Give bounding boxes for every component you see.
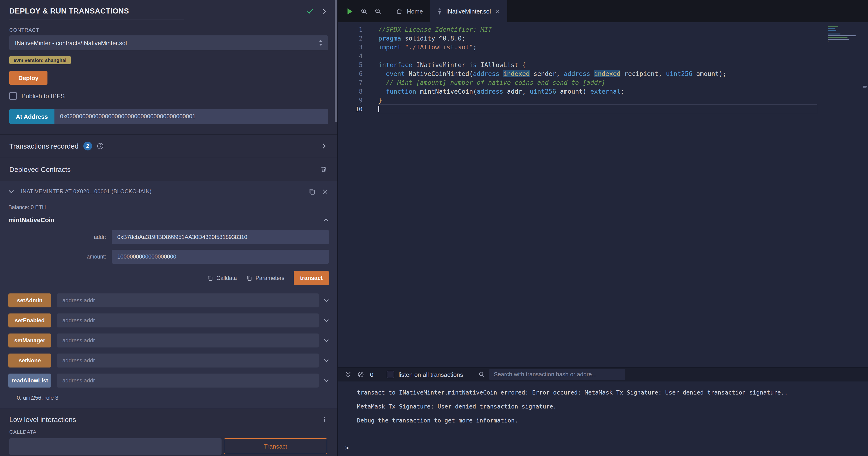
remix-ide-window: DEPLOY & RUN TRANSACTIONS CONTRACT INati… bbox=[0, 0, 868, 456]
chevron-down-icon[interactable] bbox=[323, 318, 329, 323]
contract-select[interactable]: INativeMinter - contracts/INativeMinter.… bbox=[9, 35, 328, 50]
search-icon bbox=[478, 371, 485, 378]
readAllowList-input[interactable] bbox=[57, 374, 319, 388]
readAllowList-button[interactable]: readAllowList bbox=[8, 374, 51, 388]
amount-field-row: amount: bbox=[8, 250, 329, 264]
setEnabled-input[interactable] bbox=[57, 313, 319, 327]
copy-address-icon[interactable] bbox=[309, 188, 315, 195]
code-line[interactable]: function mintNativeCoin(address addr, ui… bbox=[378, 87, 817, 96]
tab-inativeminter[interactable]: INativeMinter.sol bbox=[430, 0, 507, 22]
zoom-out-icon[interactable] bbox=[375, 8, 382, 15]
deployed-contracts-title: Deployed Contracts bbox=[9, 165, 70, 173]
close-instance-icon[interactable] bbox=[322, 189, 328, 195]
chevron-down-icon[interactable] bbox=[323, 338, 329, 343]
check-icon[interactable] bbox=[306, 7, 314, 15]
publish-ipfs-label: Publish to IPFS bbox=[22, 92, 65, 99]
transact-button[interactable]: transact bbox=[294, 271, 329, 285]
instance-header[interactable]: INATIVEMINTER AT 0X020...00001 (BLOCKCHA… bbox=[0, 181, 337, 202]
setNone-button[interactable]: setNone bbox=[8, 353, 51, 368]
calldata-copy-button[interactable]: Calldata bbox=[207, 275, 237, 281]
left-panel-scrollbar[interactable] bbox=[335, 0, 337, 122]
info-icon[interactable] bbox=[321, 416, 327, 423]
terminal-output[interactable]: transact to INativeMinter.mintNativeCoin… bbox=[338, 381, 868, 456]
chevron-down-icon[interactable] bbox=[323, 358, 329, 363]
editor-code[interactable]: //SPDX-License-Identifier: MITpragma sol… bbox=[378, 25, 817, 114]
chevron-right-icon[interactable] bbox=[321, 143, 327, 149]
code-line[interactable]: //SPDX-License-Identifier: MIT bbox=[378, 25, 817, 34]
low-level-transact-button[interactable]: Transact bbox=[224, 438, 327, 454]
code-line[interactable]: event NativeCoinMinted(address indexed s… bbox=[378, 69, 817, 78]
chevron-down-icon[interactable] bbox=[323, 297, 329, 303]
trash-icon[interactable] bbox=[320, 166, 327, 173]
low-level-title: Low level interactions bbox=[9, 416, 76, 423]
line-number: 2 bbox=[338, 34, 376, 43]
terminal-search-input[interactable] bbox=[489, 369, 625, 380]
solidity-icon bbox=[437, 8, 442, 15]
terminal-prompt[interactable]: > bbox=[345, 444, 349, 451]
addr-field-label: addr: bbox=[8, 234, 112, 240]
close-tab-icon[interactable] bbox=[495, 9, 500, 14]
low-level-interactions: Low level interactions CALLDATA Transact bbox=[0, 408, 337, 455]
code-line[interactable]: // Mint [amount] number of native coins … bbox=[378, 78, 817, 87]
code-line[interactable]: pragma solidity ^0.8.0; bbox=[378, 34, 817, 43]
run-script-icon[interactable] bbox=[346, 7, 354, 15]
editor-tabbar: Home INativeMinter.sol bbox=[338, 0, 868, 22]
title-underline bbox=[9, 20, 184, 20]
addr-field-input[interactable] bbox=[112, 230, 329, 244]
chevron-down-icon[interactable] bbox=[8, 189, 14, 195]
deploy-button[interactable]: Deploy bbox=[9, 71, 48, 85]
evm-version-badge: evm version: shanghai bbox=[9, 56, 71, 64]
terminal-line: transact to INativeMinter.mintNativeCoin… bbox=[357, 389, 859, 396]
amount-field-input[interactable] bbox=[112, 250, 329, 264]
code-line[interactable]: import "./IAllowList.sol"; bbox=[378, 43, 817, 52]
code-line[interactable] bbox=[378, 52, 817, 61]
code-line[interactable] bbox=[378, 105, 817, 114]
chevron-down-icon[interactable] bbox=[323, 378, 329, 383]
panel-header: DEPLOY & RUN TRANSACTIONS bbox=[0, 0, 337, 16]
parameters-copy-label: Parameters bbox=[255, 275, 284, 281]
setManager-input[interactable] bbox=[57, 334, 319, 347]
line-number: 1 bbox=[338, 25, 376, 34]
at-address-input[interactable] bbox=[55, 109, 328, 124]
transactions-count-badge: 2 bbox=[83, 141, 92, 150]
line-number: 4 bbox=[338, 52, 376, 61]
deployed-contracts-header: Deployed Contracts bbox=[0, 157, 337, 181]
function-row-readAllowList: readAllowList bbox=[8, 374, 329, 388]
tab-inativeminter-label: INativeMinter.sol bbox=[446, 8, 491, 15]
instance-title: INATIVEMINTER AT 0X020...00001 (BLOCKCHA… bbox=[21, 189, 302, 194]
calldata-input[interactable] bbox=[9, 438, 221, 455]
terminal: 0 listen on all transactions transact to… bbox=[338, 367, 868, 456]
chevron-up-icon[interactable] bbox=[323, 217, 329, 223]
at-address-button[interactable]: At Address bbox=[9, 109, 55, 124]
function-row-setAdmin: setAdmin bbox=[8, 293, 329, 307]
editor-scrollbar[interactable] bbox=[862, 22, 868, 367]
info-icon[interactable] bbox=[97, 142, 103, 149]
collapse-terminal-icon[interactable] bbox=[345, 371, 351, 378]
tab-home[interactable]: Home bbox=[389, 0, 430, 22]
setNone-input[interactable] bbox=[57, 353, 319, 368]
editor-gutter: 12345678910 bbox=[338, 25, 376, 114]
line-number: 6 bbox=[338, 69, 376, 78]
pin-panel-chevron-icon[interactable] bbox=[321, 8, 327, 14]
code-editor[interactable]: 12345678910 //SPDX-License-Identifier: M… bbox=[338, 22, 868, 367]
setManager-button[interactable]: setManager bbox=[8, 334, 51, 347]
amount-field-label: amount: bbox=[8, 254, 112, 259]
minimap[interactable] bbox=[828, 26, 858, 45]
publish-ipfs-checkbox[interactable]: Publish to IPFS bbox=[9, 92, 328, 100]
code-line[interactable]: } bbox=[378, 96, 817, 105]
parameters-copy-button[interactable]: Parameters bbox=[246, 275, 284, 281]
setAdmin-button[interactable]: setAdmin bbox=[8, 293, 51, 307]
listen-all-transactions-checkbox[interactable]: listen on all transactions bbox=[387, 371, 463, 378]
clear-console-icon[interactable] bbox=[358, 371, 364, 378]
setEnabled-button[interactable]: setEnabled bbox=[8, 313, 51, 327]
call-result: 0: uint256: role 3 bbox=[0, 394, 337, 408]
checkbox-box-icon[interactable] bbox=[9, 92, 17, 100]
main-area: Home INativeMinter.sol 12345678910 //SPD… bbox=[338, 0, 868, 456]
transactions-recorded-row[interactable]: Transactions recorded 2 bbox=[0, 134, 337, 157]
checkbox-box-icon[interactable] bbox=[387, 371, 394, 378]
setAdmin-input[interactable] bbox=[57, 293, 319, 307]
zoom-in-icon[interactable] bbox=[361, 8, 368, 15]
code-line[interactable]: interface INativeMinter is IAllowList { bbox=[378, 61, 817, 69]
copy-icon bbox=[246, 275, 252, 281]
line-number: 9 bbox=[338, 96, 376, 105]
